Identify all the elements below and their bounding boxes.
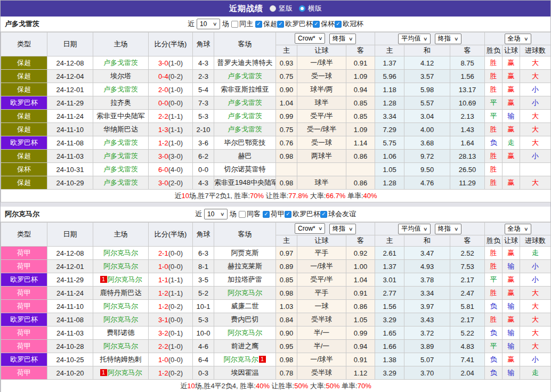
team-name-link[interactable]: 卢多戈雷茨 bbox=[103, 165, 138, 173]
checkbox-icon[interactable] bbox=[231, 21, 238, 28]
corner-score: 10-0 bbox=[193, 326, 214, 340]
average-index-select[interactable]: 终指∨ bbox=[435, 34, 461, 44]
team-name-link[interactable]: 阿尔克马尔 bbox=[103, 302, 138, 310]
team-name-link[interactable]: 赫巴 bbox=[238, 152, 252, 160]
team-name-link[interactable]: 埃因霍温 bbox=[231, 369, 259, 377]
average-select[interactable]: 平均值∨ bbox=[398, 34, 431, 44]
team-name-link[interactable]: 费内巴切 bbox=[231, 315, 259, 323]
team-name-link[interactable]: 赫拉克莱斯 bbox=[228, 262, 262, 270]
away-team: 卢多戈雷茨 bbox=[214, 70, 276, 83]
team-name-link[interactable]: 阿尔克马尔 bbox=[103, 315, 138, 323]
checkbox-icon[interactable]: ✓ bbox=[320, 211, 327, 218]
fulltime-score: 3-0 bbox=[158, 179, 168, 187]
index-type-select[interactable]: 终指∨ bbox=[329, 224, 356, 234]
team-name-link[interactable]: 卢多戈雷茨 bbox=[228, 125, 262, 133]
result-goals: 小 bbox=[520, 83, 551, 96]
col-avg-away: 客 bbox=[450, 45, 485, 56]
team-name-link[interactable]: 卢多戈雷茨 bbox=[103, 85, 138, 93]
league-filter[interactable]: ✓保杯 bbox=[313, 19, 335, 29]
league-filter[interactable]: ✓欧冠杯 bbox=[335, 19, 363, 29]
average-index-select[interactable]: 终指∨ bbox=[435, 224, 461, 234]
handicap-line: 球半/两 bbox=[297, 83, 346, 96]
avg-home-odds: 1.06 bbox=[375, 150, 404, 163]
same-venue-filter[interactable]: 同客 bbox=[239, 209, 261, 219]
team-name-link[interactable]: 毕尔巴鄂竞技 bbox=[224, 138, 266, 146]
summary-segment: 近 bbox=[180, 382, 187, 390]
team-name-link[interactable]: 卢多戈雷茨 bbox=[228, 72, 262, 80]
team-name-link[interactable]: 阿尔克马尔 bbox=[103, 342, 138, 350]
team-name-link[interactable]: 卢多戈雷茨 bbox=[228, 99, 262, 107]
match-date: 24-10-25 bbox=[47, 353, 93, 366]
result-handicap: 输 bbox=[503, 366, 520, 380]
col-type: 类型 bbox=[1, 223, 47, 247]
team-name-link[interactable]: 卢多戈雷茨 bbox=[103, 59, 138, 67]
checkbox-icon[interactable]: ✓ bbox=[277, 21, 284, 28]
match-count-select[interactable]: 10∨ bbox=[204, 209, 228, 219]
team-name-link[interactable]: 卢多戈雷茨 bbox=[103, 178, 138, 186]
result-wdl: 负 bbox=[485, 366, 503, 380]
team-name-link[interactable]: 卢多戈雷茨 bbox=[228, 112, 262, 120]
team-name-link[interactable]: 托特纳姆热刺 bbox=[100, 355, 142, 363]
same-venue-filter[interactable]: 同主 bbox=[231, 19, 253, 29]
checkbox-icon[interactable]: ✓ bbox=[313, 21, 320, 28]
league-filter[interactable]: ✓欧罗巴杯 bbox=[277, 19, 313, 29]
checkbox-icon[interactable]: ✓ bbox=[255, 21, 262, 28]
result-wdl: 胜 bbox=[485, 123, 503, 136]
index-type-select[interactable]: 终指∨ bbox=[329, 34, 356, 44]
checkbox-icon[interactable] bbox=[239, 211, 246, 218]
league-filter[interactable]: ✓保超 bbox=[255, 19, 277, 29]
team-name-link[interactable]: 阿尔克马尔 bbox=[108, 275, 142, 283]
match-count-select[interactable]: 10∨ bbox=[197, 19, 220, 29]
team-name-link[interactable]: 阿尔克马尔 bbox=[224, 355, 258, 363]
fulltime-score: 3-1 bbox=[158, 316, 168, 324]
bookmaker-select[interactable]: Crow*∨ bbox=[295, 33, 325, 44]
team-name-link[interactable]: 费耶诺德 bbox=[107, 329, 135, 337]
handicap-home-odds: 0.95 bbox=[276, 340, 297, 353]
team-name-link[interactable]: 索非亚中央陆军 bbox=[96, 112, 145, 120]
team-name-link[interactable]: 加拉塔萨雷 bbox=[228, 275, 262, 283]
checkbox-icon[interactable]: ✓ bbox=[335, 21, 342, 28]
team-name-link[interactable]: 拉齐奥 bbox=[110, 99, 131, 107]
radio-icon[interactable] bbox=[270, 5, 276, 12]
league-filter[interactable]: ✓荷甲 bbox=[263, 209, 285, 219]
team-name-link[interactable]: 索非亚1948中央陆军 bbox=[214, 178, 276, 186]
match-date: 24-11-10 bbox=[47, 123, 93, 136]
bookmaker-select[interactable]: Crow*∨ bbox=[295, 223, 325, 234]
scope-select[interactable]: 全场∨ bbox=[505, 34, 531, 44]
result-wdl: 胜 bbox=[485, 163, 503, 176]
scope-select[interactable]: 全场∨ bbox=[505, 224, 531, 234]
match-score: 1-2(0-2) bbox=[149, 300, 193, 313]
team-name-link[interactable]: 威廉二世 bbox=[231, 302, 259, 310]
radio-icon[interactable] bbox=[299, 5, 305, 12]
team-name-link[interactable]: 鹿特丹斯巴达 bbox=[100, 289, 142, 297]
checkbox-icon[interactable]: ✓ bbox=[285, 211, 291, 218]
team-name-link[interactable]: 前进之鹰 bbox=[231, 342, 259, 350]
team-name-link[interactable]: 阿尔克马尔 bbox=[228, 289, 262, 297]
team-name-link[interactable]: 阿尔克马尔 bbox=[108, 369, 142, 377]
average-select[interactable]: 平均值∨ bbox=[398, 224, 431, 234]
team-name-link[interactable]: 阿尔克马尔 bbox=[103, 262, 138, 270]
result-handicap bbox=[503, 163, 520, 176]
halftime-score: (1-0) bbox=[168, 342, 183, 350]
corner-score: 2-10 bbox=[193, 123, 214, 136]
layout-radio-horizontal[interactable]: 横版 bbox=[299, 4, 322, 13]
layout-radio-vertical[interactable]: 竖版 bbox=[270, 4, 293, 13]
team-name-link[interactable]: 卢多戈雷茨 bbox=[103, 138, 138, 146]
league-filter[interactable]: ✓欧罗巴杯 bbox=[285, 209, 320, 219]
team-name-link[interactable]: 阿贾克斯 bbox=[231, 249, 259, 257]
team-name-link[interactable]: 卢多戈雷茨 bbox=[103, 152, 138, 160]
handicap-away-odds bbox=[346, 163, 375, 176]
team-name-link[interactable]: 华纳斯巴达 bbox=[103, 125, 138, 133]
match-row: 欧罗巴杯24-11-08卢多戈雷茨1-2(1-0)3-6毕尔巴鄂竞技0.76受一… bbox=[1, 136, 551, 150]
team-name-link[interactable]: 埃尔塔 bbox=[110, 72, 131, 80]
team-name-link[interactable]: 阿尔克马尔 bbox=[228, 329, 262, 337]
handicap-line: 两球半 bbox=[297, 150, 346, 163]
team-name-link[interactable]: 索非亚斯拉维亚 bbox=[221, 85, 269, 93]
team-name-link[interactable]: 普罗夫迪夫博特夫 bbox=[217, 59, 273, 67]
checkbox-icon[interactable]: ✓ bbox=[263, 211, 270, 218]
halftime-score: (0-0) bbox=[168, 316, 183, 324]
team-name-link[interactable]: 阿尔克马尔 bbox=[103, 249, 138, 257]
league-filter[interactable]: ✓球会友谊 bbox=[320, 209, 356, 219]
result-wdl: 胜 bbox=[485, 83, 503, 96]
team-name-link[interactable]: 切尔诺莫雷特 bbox=[224, 165, 266, 173]
